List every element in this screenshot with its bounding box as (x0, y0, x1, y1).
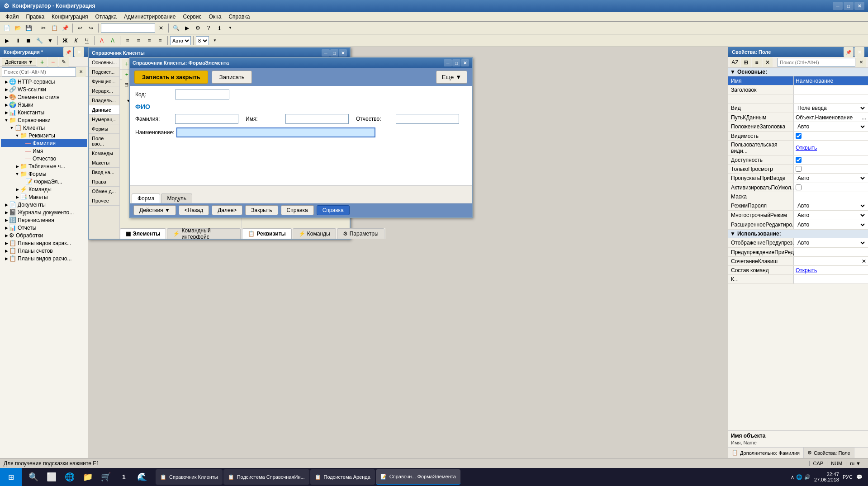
taskbar-edge[interactable]: 🌐 (62, 469, 78, 485)
prop-row-vid2[interactable]: Видимость (728, 132, 868, 141)
tab-funktsio[interactable]: Функцио... (89, 77, 119, 86)
font-size-select[interactable]: 8 (196, 36, 209, 45)
tree-item-zhurnaly[interactable]: ▶ 📓 Журналы документо... (1, 208, 87, 216)
actions-dropdown[interactable]: Действия ▼ (2, 58, 36, 66)
tb2-btn3[interactable]: ⏹ (24, 36, 33, 46)
menu-edit[interactable]: Правка (23, 13, 48, 21)
prop-value-polzovid[interactable]: Открыть (794, 141, 868, 155)
prop-row-polzovid[interactable]: Пользовательская види... Открыть (728, 141, 868, 156)
tree-toggle-obrabotki[interactable]: ▶ (4, 233, 9, 238)
prop-row-propusk[interactable]: ПропускатьПриВводе Авто (728, 174, 868, 183)
tree-item-obrabotki[interactable]: ▶ ⚙ Обработки (1, 231, 87, 239)
tree-toggle-lang[interactable]: ▶ (4, 103, 9, 107)
tree-toggle-rekvizity[interactable]: ▼ (14, 133, 20, 138)
tree-toggle-elements[interactable]: ▶ (4, 95, 9, 99)
menu-help[interactable]: Справка (225, 13, 253, 21)
select-rezhim[interactable]: Авто (796, 202, 866, 209)
menu-windows[interactable]: Окна (205, 13, 225, 21)
tb2-btn4[interactable]: 🔧 (34, 36, 44, 46)
tree-item-planyvidov[interactable]: ▶ 📋 Планы видов харак... (1, 239, 87, 247)
props-btn3[interactable]: ≡ (752, 57, 762, 67)
config-edit[interactable]: ✎ (59, 57, 69, 67)
btn-dalee[interactable]: Далее> (212, 205, 242, 215)
tree-toggle-sprav[interactable]: ▼ (4, 118, 9, 123)
prop-value-aktiv[interactable] (794, 183, 868, 192)
tree-toggle-zhurnaly[interactable]: ▶ (4, 210, 9, 215)
tree-item-http[interactable]: ▶ 🌐 HTTP-сервисы (1, 78, 87, 85)
new-button[interactable]: 📄 (2, 23, 12, 33)
props-sort-alpha[interactable]: AZ (730, 57, 740, 67)
input-otchestvo[interactable] (396, 114, 459, 124)
props-tab-svoy[interactable]: ⚙ Свойства: Поле (804, 448, 854, 458)
tree-item-otchety[interactable]: ▶ 📊 Отчеты (1, 224, 87, 231)
select-rasshir[interactable]: Авто (796, 221, 866, 228)
props-pin[interactable]: 📌 (844, 47, 854, 57)
tab-ierarkh[interactable]: Иерарх... (89, 86, 119, 96)
prop-value-predup[interactable] (794, 248, 868, 256)
prop-value-sostav[interactable]: Открыть (794, 266, 868, 274)
tb2-color[interactable]: А (97, 36, 107, 46)
prop-row-mnogostr[interactable]: МногострочныйРежим Авто (728, 211, 868, 220)
config-del[interactable]: − (48, 57, 58, 67)
input-predup[interactable] (796, 249, 866, 255)
cb-vidim[interactable] (796, 133, 802, 139)
sprav-close[interactable]: ✕ (339, 49, 347, 57)
tab-obmen[interactable]: Обмен д... (89, 187, 119, 196)
btn-deystviya[interactable]: Действия ▼ (133, 205, 176, 215)
section-basic[interactable]: ▼ Основные: (728, 68, 868, 76)
props-tab-dop[interactable]: 📋 Дополнительно: Фамилия (728, 448, 804, 458)
btn-zakryt[interactable]: Закрыть (245, 205, 278, 215)
prop-value-zagolovok[interactable] (794, 85, 868, 94)
tb2-btn5[interactable]: ▼ (45, 36, 55, 46)
tree-toggle-planyvidov[interactable]: ▶ (4, 241, 9, 245)
panel-pin[interactable]: 📌 (63, 47, 73, 57)
prop-row-otobr[interactable]: ОтображениеПредупрез... Авто (728, 238, 868, 248)
cb-dost[interactable] (796, 157, 802, 163)
taskbar-app-podsist1[interactable]: 📋 Подсистема СправочнаяИн... (223, 469, 309, 485)
maximize-button[interactable]: □ (844, 2, 854, 10)
minimize-button[interactable]: ─ (833, 2, 843, 10)
taskbar-task-view[interactable]: ⬜ (43, 469, 60, 485)
tree-item-planyvidovr[interactable]: ▶ 📋 Планы видов расчо... (1, 255, 87, 262)
undo-button[interactable]: ↩ (75, 23, 85, 33)
search-toolbar-input[interactable] (101, 24, 155, 33)
tree-toggle-formy[interactable]: ▼ (14, 172, 20, 176)
menu-config[interactable]: Конфигурация (48, 13, 92, 21)
taskbar-lang-display[interactable]: РУС (843, 474, 853, 480)
tab-prochee[interactable]: Прочее (89, 196, 119, 206)
forma-tab-modul[interactable]: Модуль (161, 193, 192, 203)
tb-btn-1[interactable]: ⚙ (193, 23, 203, 33)
prop-value-dost[interactable] (794, 156, 868, 164)
tree-toggle-http[interactable]: ▶ (4, 80, 9, 84)
input-zagolovok[interactable] (796, 87, 866, 93)
prop-row-imya[interactable]: Имя Наименование (728, 76, 868, 85)
config-search-close[interactable]: ✕ (76, 67, 86, 77)
tab-prava[interactable]: Права (89, 177, 119, 187)
select-polozh[interactable]: Авто (796, 123, 866, 130)
tab-vvod-na[interactable]: Ввод на... (89, 168, 119, 177)
tray-network[interactable]: 🌐 (796, 474, 802, 480)
tb2-bold[interactable]: Ж (60, 36, 70, 46)
tb2-align-r[interactable]: ≡ (144, 36, 154, 46)
prop-value-rasshir[interactable]: Авто (794, 220, 868, 229)
forma-maximize[interactable]: □ (452, 59, 460, 66)
prop-value-maska[interactable] (794, 192, 868, 201)
prop-value-polozh[interactable]: Авто (794, 122, 868, 131)
close-button[interactable]: ✕ (854, 2, 864, 10)
sprav-minimize[interactable]: ─ (322, 49, 330, 57)
btn-spravka-active[interactable]: Справка (317, 205, 350, 215)
props-close-btn[interactable]: ✕ (854, 47, 864, 57)
tree-item-makety[interactable]: ▶ 📑 Макеты (1, 193, 87, 201)
taskbar-store[interactable]: 🛒 (98, 469, 114, 485)
cut-button[interactable]: ✂ (38, 23, 48, 33)
tree-item-imya[interactable]: — Имя (1, 147, 87, 155)
props-btn4[interactable]: ✕ (763, 57, 773, 67)
tab-cmd-interface[interactable]: ⚡ Командный интерфейс (167, 228, 241, 239)
taskbar-app-sprav[interactable]: 📋 Справочник Клиенты (156, 469, 223, 485)
taskbar-search[interactable]: 🔍 (25, 469, 42, 485)
tree-toggle-tabchasti[interactable]: ▶ (14, 164, 20, 169)
prop-row-predup[interactable]: ПредупреждениеПриРед... (728, 248, 868, 257)
tree-item-otchestvo[interactable]: — Отчество (1, 155, 87, 162)
prop-value-sochet[interactable]: ✕ (794, 257, 868, 265)
prop-value-propusk[interactable]: Авто (794, 174, 868, 183)
